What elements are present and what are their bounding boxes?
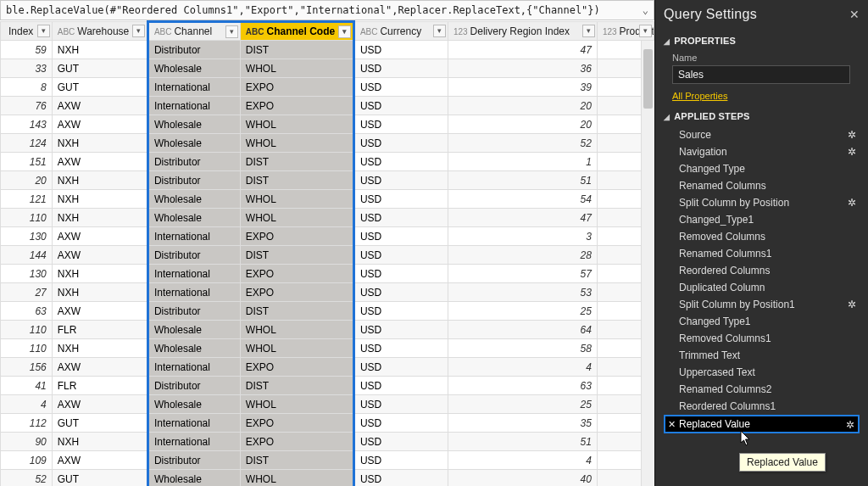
table-cell[interactable]: USD bbox=[353, 78, 448, 97]
table-cell[interactable]: Wholesale bbox=[147, 470, 240, 487]
table-cell[interactable]: USD bbox=[353, 41, 448, 59]
filter-dropdown-icon[interactable]: ▾ bbox=[639, 25, 652, 37]
column-header[interactable]: ABCWarehouse▾ bbox=[52, 22, 147, 41]
table-cell[interactable]: USD bbox=[353, 414, 448, 433]
applied-step[interactable]: Changed Type bbox=[664, 160, 860, 177]
column-header[interactable]: 123Delivery Region Index▾ bbox=[448, 22, 597, 41]
applied-step[interactable]: Source✲ bbox=[664, 126, 860, 143]
filter-dropdown-icon[interactable]: ▾ bbox=[338, 25, 351, 38]
column-header[interactable]: ABCChannel▾ bbox=[147, 22, 240, 41]
table-cell[interactable]: AXW bbox=[52, 153, 147, 171]
table-cell[interactable]: DIST bbox=[240, 302, 353, 321]
table-cell[interactable]: Wholesale bbox=[147, 395, 240, 414]
table-row[interactable]: 8GUTInternationalEXPOUSD39 bbox=[1, 78, 654, 97]
table-row[interactable]: 90NXHInternationalEXPOUSD51 bbox=[1, 433, 654, 451]
table-cell[interactable]: USD bbox=[353, 265, 448, 283]
table-row[interactable]: 110NXHWholesaleWHOLUSD58 bbox=[1, 339, 654, 358]
table-row[interactable]: 63AXWDistributorDISTUSD25 bbox=[1, 302, 654, 321]
table-cell[interactable]: FLR bbox=[52, 377, 147, 395]
table-cell[interactable]: International bbox=[147, 78, 240, 97]
table-cell[interactable]: USD bbox=[353, 115, 448, 134]
table-cell[interactable]: 54 bbox=[448, 190, 597, 209]
table-cell[interactable]: Wholesale bbox=[147, 209, 240, 227]
filter-dropdown-icon[interactable]: ▾ bbox=[37, 25, 50, 37]
table-cell[interactable]: Wholesale bbox=[147, 321, 240, 339]
table-cell[interactable]: Distributor bbox=[147, 153, 240, 171]
table-row[interactable]: 59NXHDistributorDISTUSD47 bbox=[1, 41, 654, 59]
table-cell[interactable]: AXW bbox=[52, 227, 147, 246]
filter-dropdown-icon[interactable]: ▾ bbox=[433, 25, 446, 37]
table-row[interactable]: 41FLRDistributorDISTUSD63 bbox=[1, 377, 654, 395]
applied-step[interactable]: Renamed Columns bbox=[664, 177, 860, 194]
applied-step[interactable]: Changed Type1 bbox=[664, 313, 860, 330]
table-cell[interactable]: AXW bbox=[52, 358, 147, 377]
table-cell[interactable]: WHOL bbox=[240, 395, 353, 414]
table-cell[interactable]: 144 bbox=[1, 246, 53, 265]
table-row[interactable]: 121NXHWholesaleWHOLUSD54 bbox=[1, 190, 654, 209]
table-row[interactable]: 52GUTWholesaleWHOLUSD40 bbox=[1, 470, 654, 487]
table-cell[interactable]: 124 bbox=[1, 134, 53, 153]
table-cell[interactable]: 40 bbox=[448, 470, 597, 487]
table-row[interactable]: 130NXHInternationalEXPOUSD57 bbox=[1, 265, 654, 283]
table-row[interactable]: 130AXWInternationalEXPOUSD3 bbox=[1, 227, 654, 246]
table-cell[interactable]: Distributor bbox=[147, 246, 240, 265]
table-cell[interactable]: USD bbox=[353, 246, 448, 265]
table-cell[interactable]: NXH bbox=[52, 41, 147, 59]
table-cell[interactable]: International bbox=[147, 227, 240, 246]
table-cell[interactable]: DIST bbox=[240, 41, 353, 59]
table-cell[interactable]: 110 bbox=[1, 209, 53, 227]
table-cell[interactable]: USD bbox=[353, 433, 448, 451]
table-cell[interactable]: FLR bbox=[52, 321, 147, 339]
table-cell[interactable]: 151 bbox=[1, 153, 53, 171]
table-cell[interactable]: 47 bbox=[448, 209, 597, 227]
table-cell[interactable]: AXW bbox=[52, 246, 147, 265]
chevron-down-icon[interactable]: ⌄ bbox=[637, 4, 648, 16]
table-cell[interactable]: USD bbox=[353, 451, 448, 470]
table-cell[interactable]: International bbox=[147, 433, 240, 451]
table-cell[interactable]: GUT bbox=[52, 470, 147, 487]
table-cell[interactable]: USD bbox=[353, 339, 448, 358]
table-cell[interactable]: USD bbox=[353, 209, 448, 227]
table-cell[interactable]: 20 bbox=[448, 115, 597, 134]
applied-step[interactable]: Uppercased Text bbox=[664, 364, 860, 381]
table-cell[interactable]: EXPO bbox=[240, 414, 353, 433]
table-cell[interactable]: NXH bbox=[52, 190, 147, 209]
table-row[interactable]: 151AXWDistributorDISTUSD1 bbox=[1, 153, 654, 171]
table-cell[interactable]: USD bbox=[353, 302, 448, 321]
applied-step[interactable]: Navigation✲ bbox=[664, 143, 860, 160]
table-row[interactable]: 144AXWDistributorDISTUSD28 bbox=[1, 246, 654, 265]
table-cell[interactable]: 51 bbox=[448, 171, 597, 190]
table-cell[interactable]: 63 bbox=[1, 302, 53, 321]
table-cell[interactable]: 20 bbox=[1, 171, 53, 190]
table-cell[interactable]: NXH bbox=[52, 209, 147, 227]
gear-icon[interactable]: ✲ bbox=[848, 129, 856, 141]
formula-bar[interactable]: ble.ReplaceValue(#"Reordered Columns1","… bbox=[0, 0, 654, 20]
table-row[interactable]: 124NXHWholesaleWHOLUSD52 bbox=[1, 134, 654, 153]
table-cell[interactable]: GUT bbox=[52, 414, 147, 433]
table-cell[interactable]: NXH bbox=[52, 339, 147, 358]
table-cell[interactable]: 156 bbox=[1, 358, 53, 377]
table-cell[interactable]: USD bbox=[353, 395, 448, 414]
gear-icon[interactable]: ✲ bbox=[848, 197, 856, 209]
table-cell[interactable]: 41 bbox=[1, 377, 53, 395]
table-cell[interactable]: AXW bbox=[52, 97, 147, 115]
table-cell[interactable]: 52 bbox=[448, 134, 597, 153]
table-cell[interactable]: GUT bbox=[52, 59, 147, 78]
filter-dropdown-icon[interactable]: ▾ bbox=[132, 25, 145, 37]
applied-step[interactable]: Split Column by Position1✲ bbox=[664, 296, 860, 313]
table-cell[interactable]: USD bbox=[353, 171, 448, 190]
table-cell[interactable]: AXW bbox=[52, 115, 147, 134]
table-cell[interactable]: USD bbox=[353, 190, 448, 209]
table-cell[interactable]: 4 bbox=[448, 358, 597, 377]
gear-icon[interactable]: ✲ bbox=[848, 299, 856, 310]
table-cell[interactable]: WHOL bbox=[240, 209, 353, 227]
table-cell[interactable]: USD bbox=[353, 97, 448, 115]
table-cell[interactable]: 64 bbox=[448, 321, 597, 339]
filter-dropdown-icon[interactable]: ▾ bbox=[225, 25, 238, 38]
table-cell[interactable]: 4 bbox=[1, 395, 53, 414]
table-cell[interactable]: DIST bbox=[240, 153, 353, 171]
table-cell[interactable]: WHOL bbox=[240, 134, 353, 153]
applied-step[interactable]: Removed Columns1 bbox=[664, 330, 860, 347]
table-cell[interactable]: WHOL bbox=[240, 339, 353, 358]
vertical-scrollbar[interactable] bbox=[641, 41, 654, 486]
